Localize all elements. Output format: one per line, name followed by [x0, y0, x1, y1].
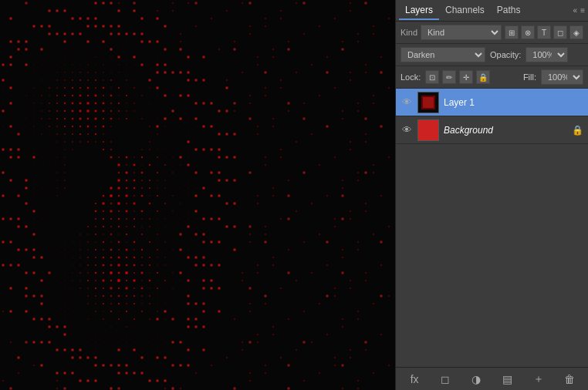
fx-button[interactable]: fx — [406, 371, 423, 388]
background-name: Background — [444, 125, 567, 136]
layer1-name: Layer 1 — [444, 97, 583, 108]
layers-panel: Layers Channels Paths « ≡ Kind Kind ⊞ ⊗ … — [395, 0, 588, 390]
new-layer-button[interactable]: ＋ — [530, 371, 547, 388]
dot-canvas — [0, 0, 395, 390]
lock-all-btn[interactable]: 🔒 — [476, 70, 490, 84]
canvas-area — [0, 0, 395, 390]
layer-item-layer1[interactable]: 👁 Layer 1 — [396, 89, 588, 116]
blend-mode-select[interactable]: Darken Normal Multiply Screen Overlay — [400, 47, 485, 62]
fill-select[interactable]: 100% — [541, 69, 583, 85]
add-mask-button[interactable]: ◻ — [437, 371, 454, 388]
lock-image-btn[interactable]: ✏ — [442, 70, 456, 84]
filter-shape-icon[interactable]: ◻ — [553, 25, 567, 39]
main-container: Layers Channels Paths « ≡ Kind Kind ⊞ ⊗ … — [0, 0, 588, 390]
lock-transparent-btn[interactable]: ⊡ — [425, 70, 439, 84]
panel-tab-icons: « ≡ — [573, 6, 585, 15]
svg-rect-2 — [423, 97, 434, 108]
layers-list: 👁 Layer 1 👁 Background 🔒 — [396, 89, 588, 367]
layer1-thumb-img — [418, 92, 438, 113]
filter-pixel-icon[interactable]: ⊞ — [505, 25, 519, 39]
filter-type-icon[interactable]: T — [537, 25, 551, 39]
tab-channels[interactable]: Channels — [439, 2, 491, 20]
filter-smart-icon[interactable]: ◈ — [569, 25, 583, 39]
background-lock-icon: 🔒 — [572, 125, 583, 136]
filter-adjustment-icon[interactable]: ⊗ — [521, 25, 535, 39]
delete-layer-button[interactable]: 🗑 — [561, 371, 578, 388]
background-visibility-icon[interactable]: 👁 — [400, 124, 413, 136]
collapse-icon[interactable]: « — [573, 6, 578, 15]
filter-label: Kind — [400, 28, 417, 37]
panel-tabs: Layers Channels Paths « ≡ — [396, 0, 588, 22]
group-button[interactable]: ▤ — [499, 371, 516, 388]
lock-position-btn[interactable]: ✛ — [459, 70, 473, 84]
tab-layers[interactable]: Layers — [399, 2, 439, 20]
layer1-visibility-icon[interactable]: 👁 — [400, 96, 413, 109]
opacity-label: Opacity: — [490, 50, 521, 59]
background-thumbnail — [417, 119, 439, 141]
lock-row: Lock: ⊡ ✏ ✛ 🔒 Fill: 100% — [396, 66, 588, 89]
blend-row: Darken Normal Multiply Screen Overlay Op… — [396, 44, 588, 66]
tab-paths[interactable]: Paths — [491, 2, 527, 20]
lock-icons: ⊡ ✏ ✛ 🔒 — [425, 70, 490, 84]
fill-label: Fill: — [523, 72, 536, 82]
filter-row: Kind Kind ⊞ ⊗ T ◻ ◈ — [396, 22, 588, 44]
panel-footer: fx ◻ ◑ ▤ ＋ 🗑 — [396, 367, 588, 390]
filter-icons: ⊞ ⊗ T ◻ ◈ — [505, 25, 583, 39]
lock-label: Lock: — [400, 72, 421, 82]
adjustment-button[interactable]: ◑ — [468, 371, 485, 388]
layer1-thumbnail — [417, 92, 439, 113]
layer-item-background[interactable]: 👁 Background 🔒 — [396, 116, 588, 144]
panel-menu-icon[interactable]: ≡ — [580, 6, 585, 15]
opacity-select[interactable]: 100% — [525, 47, 568, 62]
filter-kind-select[interactable]: Kind — [421, 25, 502, 40]
